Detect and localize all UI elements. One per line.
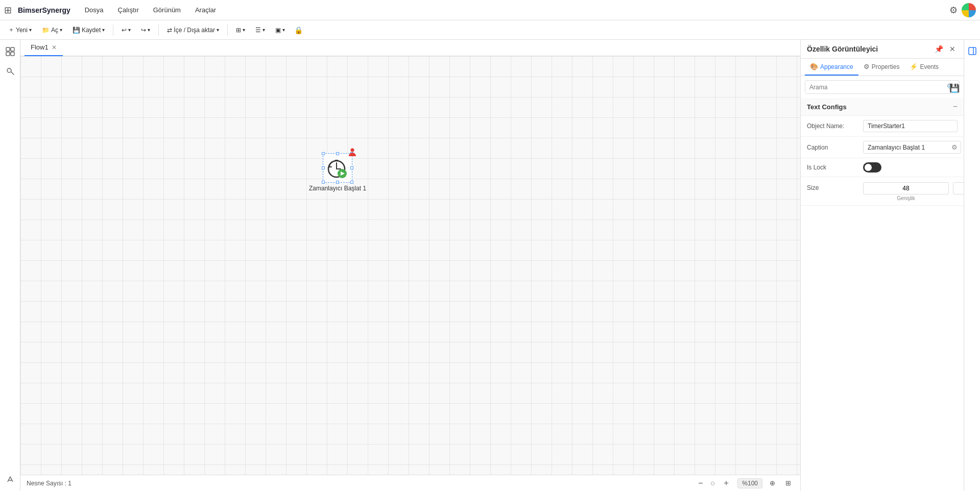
flow-node-label: Zamanlayıcı Başlat 1 [309,185,366,192]
zoom-out-button[interactable]: − [695,478,706,489]
section-title: Text Configs [807,103,847,111]
tab-appearance[interactable]: 🎨 Appearance [805,59,858,76]
handle-bl [322,181,325,184]
prop-size: Size Genişlik Yükseklik [801,177,964,206]
tab-properties[interactable]: ⚙ Properties [858,59,905,76]
save-button[interactable]: 💾 Kaydet ▾ [68,24,109,36]
new-button[interactable]: ＋ Yeni ▾ [4,23,36,36]
align-button[interactable]: ☰ ▾ [251,24,269,36]
toolbar: ＋ Yeni ▾ 📁 Aç ▾ 💾 Kaydet ▾ ↩ ▾ ↪ ▾ ⇄ İçe… [0,20,980,40]
close-tab-icon[interactable]: ✕ [52,44,57,51]
prop-object-name: Object Name: [801,116,964,137]
svg-rect-3 [11,52,14,56]
svg-rect-1 [11,47,14,51]
lock-button[interactable]: 🔒 [291,24,306,36]
object-name-value [863,120,958,132]
undo-button[interactable]: ↩ ▾ [117,24,135,36]
divider-1 [113,24,113,36]
panel-search: 🔍 [805,80,960,94]
panel-header: Özellik Görüntüleyici 📌 ✕ [801,40,964,59]
panel-save-icon[interactable]: 💾 [947,83,962,93]
canvas-area: Flow1 ✕ [20,40,800,491]
chevron-down-icon: ▾ [102,27,105,33]
caption-input-group: ⚙ [863,141,961,154]
color-logo[interactable] [962,3,976,17]
svg-rect-11 [335,160,338,161]
is-lock-toggle[interactable] [863,162,881,173]
prop-is-lock: Is Lock [801,158,964,177]
handle-bm [336,181,339,184]
chevron-down-icon: ▾ [217,27,219,33]
divider-2 [158,24,159,36]
handle-tm [336,152,339,155]
grid-button[interactable]: ⊞ ▾ [232,24,249,36]
flow-node-timer-starter[interactable]: Zamanlayıcı Başlat 1 [309,153,366,192]
main-layout: Flow1 ✕ [0,40,980,491]
caption-input[interactable] [864,142,948,153]
object-name-label: Object Name: [807,122,863,130]
section-collapse-icon[interactable]: − [953,102,958,111]
is-lock-value [863,162,958,173]
size-height-input[interactable] [953,182,964,194]
svg-point-4 [7,68,11,72]
node-user-icon [348,148,357,157]
caption-settings-icon[interactable]: ⚙ [948,141,961,153]
panel-tabs: 🎨 Appearance ⚙ Properties ⚡ Events [801,59,964,76]
caption-label: Caption [807,144,863,151]
zoom-fit-button[interactable]: ⊕ [767,478,778,488]
canvas-tabs: Flow1 ✕ [20,40,800,56]
menu-araclar[interactable]: Araçlar [191,4,220,16]
topbar-right: ⚙ [949,3,976,17]
right-panel: Özellik Görüntüleyici 📌 ✕ 🎨 Appearance ⚙… [800,40,964,491]
timer-icon [325,156,350,180]
sidebar-icon-components[interactable] [3,44,18,59]
zoom-actual-button[interactable]: ⊞ [782,478,794,488]
open-button[interactable]: 📁 Aç ▾ [38,24,66,36]
chevron-down-icon: ▾ [128,27,131,33]
sidebar-icon-key[interactable] [3,63,18,79]
menu-calistir[interactable]: Çalıştır [114,4,143,16]
canvas-tab-flow1[interactable]: Flow1 ✕ [25,40,63,56]
handle-lm [322,166,325,169]
zoom-value[interactable]: %100 [737,478,762,488]
settings-icon[interactable]: ⚙ [949,5,958,16]
flow-node-box [323,153,352,183]
canvas-bottom-right: − ○ ＋ %100 ⊕ ⊞ [695,477,794,489]
topbar: ⊞ BimserSynergy Dosya Çalıştır Görünüm A… [0,0,980,20]
far-right-panel-icon[interactable] [965,44,979,58]
redo-button[interactable]: ↪ ▾ [137,24,154,36]
import-export-button[interactable]: ⇄ İçe / Dışa aktar ▾ [163,24,223,36]
size-width-input[interactable] [863,182,949,194]
panel-pin-icon[interactable]: 📌 [933,44,945,54]
far-right-bar [964,40,980,491]
svg-rect-2 [6,52,10,56]
caption-value: ⚙ [863,141,961,154]
properties-tab-icon: ⚙ [864,63,870,70]
sidebar-icon-bottom[interactable] [3,472,18,487]
canvas-grid[interactable]: Zamanlayıcı Başlat 1 [20,56,800,475]
svg-rect-14 [969,47,976,55]
divider-3 [227,24,228,36]
handle-rm [350,166,353,169]
app-grid-icon[interactable]: ⊞ [4,5,12,16]
left-sidebar [0,40,20,491]
search-input[interactable] [805,81,943,93]
folder-icon: 📁 [42,27,50,34]
menu-gorunum[interactable]: Görünüm [149,4,185,16]
panel-content: Text Configs − Object Name: Caption ⚙ [801,98,964,491]
menu-dosya[interactable]: Dosya [81,4,108,16]
group-button[interactable]: ▣ ▾ [271,24,289,36]
plus-icon: ＋ [8,26,14,34]
panel-close-icon[interactable]: ✕ [947,44,958,54]
section-header-text-configs: Text Configs − [801,98,964,116]
panel-title: Özellik Görüntüleyici [807,45,933,53]
tab-events[interactable]: ⚡ Events [904,59,944,76]
object-name-input[interactable] [863,120,958,132]
events-tab-icon: ⚡ [910,63,918,70]
handle-br [350,181,353,184]
appearance-tab-icon: 🎨 [810,63,818,70]
save-icon: 💾 [73,27,80,34]
svg-rect-0 [6,47,10,51]
size-height-field: Yükseklik [953,182,964,201]
zoom-in-button[interactable]: ＋ [719,477,733,489]
